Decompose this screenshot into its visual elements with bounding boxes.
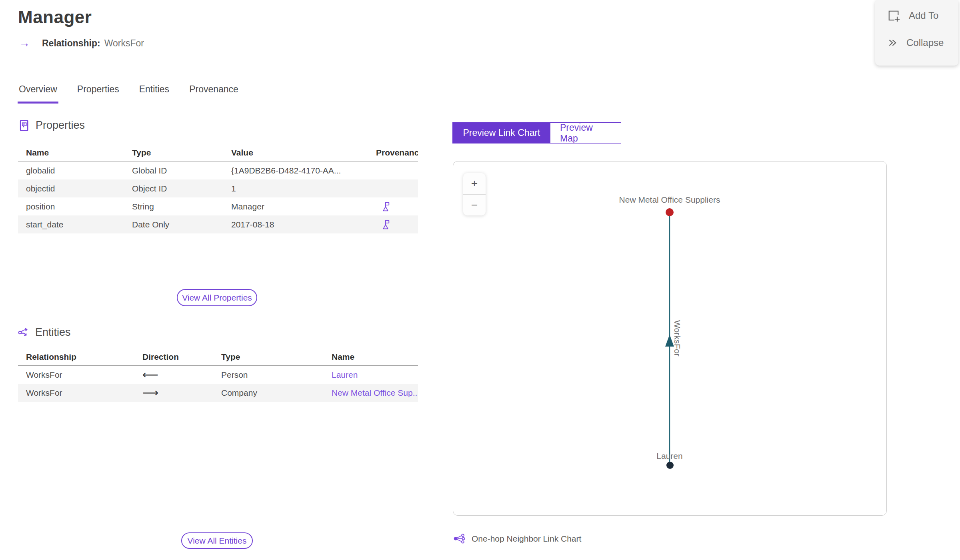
add-to-label: Add To — [909, 10, 938, 21]
edge-label: WorksFor — [673, 320, 682, 357]
col-name: Name — [323, 352, 418, 362]
view-all-entities-button[interactable]: View All Entities — [181, 532, 253, 549]
table-row: start_date Date Only 2017-08-18 — [18, 215, 418, 233]
collapse-button[interactable]: Collapse — [887, 33, 958, 53]
relationship-label: Relationship: — [42, 38, 100, 49]
property-name: start_date — [18, 220, 124, 229]
col-relationship: Relationship — [18, 352, 134, 362]
preview-link-chart-button[interactable]: Preview Link Chart — [453, 123, 550, 143]
direction-right-arrow-icon: ⟶ — [142, 387, 158, 399]
property-value: 2017-08-18 — [223, 220, 354, 229]
properties-icon — [19, 120, 30, 132]
properties-section-title: Properties — [36, 119, 85, 132]
direction-left-arrow-icon: ⟵ — [142, 369, 158, 381]
tab-properties[interactable]: Properties — [77, 84, 119, 104]
page-title: Manager — [18, 7, 92, 27]
table-row: position String Manager — [18, 197, 418, 215]
node-person[interactable] — [666, 462, 674, 469]
table-row: globalid Global ID {1A9DB2B6-D482-4170-A… — [18, 161, 418, 179]
tab-entities[interactable]: Entities — [139, 84, 169, 104]
one-hop-caption-label: One-hop Neighbor Link Chart — [472, 534, 581, 544]
entity-relationship: WorksFor — [18, 370, 134, 380]
entity-relationship: WorksFor — [18, 388, 134, 398]
entities-table-header: Relationship Direction Type Name — [18, 348, 418, 366]
preview-map-button[interactable]: Preview Map — [550, 123, 621, 143]
tab-overview[interactable]: Overview — [19, 84, 57, 104]
entities-section-heading: Entities — [18, 326, 71, 339]
col-value: Value — [223, 148, 354, 157]
properties-table-header: Name Type Value Provenance — [18, 144, 418, 161]
entity-type: Person — [213, 370, 323, 380]
table-row: objectid Object ID 1 — [18, 179, 418, 197]
col-type: Type — [124, 148, 223, 157]
edge-arrowhead-icon — [665, 335, 674, 347]
node-person-label: Lauren — [656, 451, 682, 460]
provenance-flag-icon[interactable] — [381, 219, 390, 230]
properties-section-heading: Properties — [19, 119, 85, 132]
relationship-subtitle: → Relationship: WorksFor — [19, 38, 144, 49]
link-chart-graph[interactable]: New Metal Office Suppliers Lauren WorksF… — [453, 161, 886, 515]
entities-section-title: Entities — [35, 326, 71, 339]
col-type: Type — [213, 352, 323, 362]
property-value: Manager — [223, 202, 354, 211]
entities-icon — [18, 327, 30, 339]
property-name: objectid — [18, 184, 124, 193]
relationship-arrow-icon: → — [19, 38, 30, 49]
table-row: WorksFor ⟶ Company New Metal Office Sup.… — [18, 384, 418, 402]
property-value: {1A9DB2B6-D482-4170-AA... — [223, 166, 354, 175]
property-name: globalid — [18, 166, 124, 175]
col-direction: Direction — [134, 352, 213, 362]
actions-panel: Add To Collapse — [875, 0, 958, 66]
view-all-properties-button[interactable]: View All Properties — [177, 289, 257, 306]
provenance-flag-icon[interactable] — [381, 201, 390, 212]
add-to-icon — [887, 9, 900, 22]
entity-name-link[interactable]: New Metal Office Sup... — [332, 388, 418, 397]
add-to-button[interactable]: Add To — [887, 6, 958, 26]
property-type: Date Only — [124, 220, 223, 229]
link-chart-panel: + − New Metal Office Suppliers Lauren Wo… — [453, 161, 887, 516]
property-type: Global ID — [124, 166, 223, 175]
one-hop-caption: One-hop Neighbor Link Chart — [453, 533, 581, 544]
property-name: position — [18, 202, 124, 211]
node-company[interactable] — [666, 208, 674, 216]
entity-name-link[interactable]: Lauren — [332, 370, 358, 379]
chevrons-right-icon — [887, 38, 898, 48]
col-name: Name — [18, 148, 124, 157]
property-value: 1 — [223, 184, 354, 193]
collapse-label: Collapse — [906, 37, 944, 48]
page: Add To Collapse Manager → Relationship: … — [0, 0, 960, 560]
link-chart-icon — [453, 533, 465, 544]
tab-bar: Overview Properties Entities Provenance — [19, 84, 238, 104]
properties-table: Name Type Value Provenance globalid Glob… — [18, 144, 418, 233]
property-type: String — [124, 202, 223, 211]
property-type: Object ID — [124, 184, 223, 193]
entity-type: Company — [213, 388, 323, 398]
node-company-label: New Metal Office Suppliers — [619, 195, 720, 204]
entities-table: Relationship Direction Type Name WorksFo… — [18, 348, 418, 402]
table-row: WorksFor ⟵ Person Lauren — [18, 366, 418, 384]
relationship-value: WorksFor — [104, 38, 144, 49]
tab-provenance[interactable]: Provenance — [189, 84, 238, 104]
preview-toggle: Preview Link Chart Preview Map — [452, 122, 621, 143]
col-provenance: Provenance — [354, 148, 418, 157]
